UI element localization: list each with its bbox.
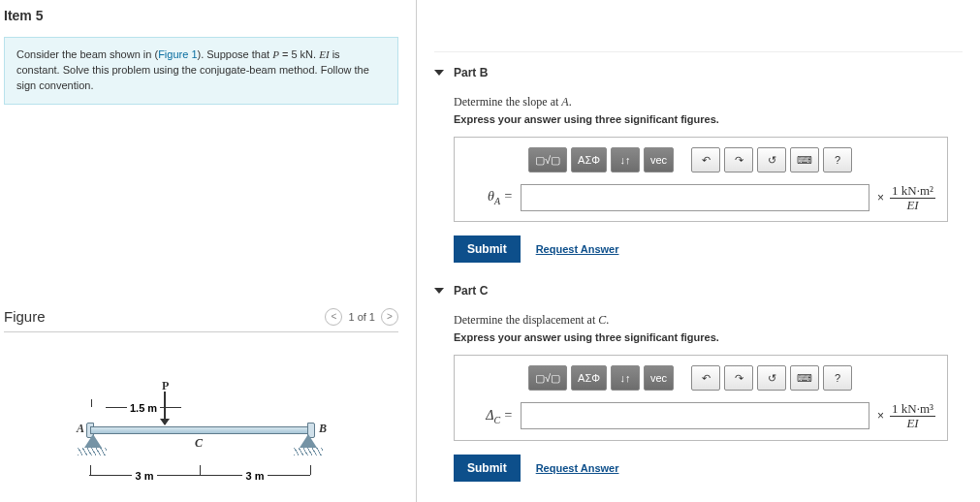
variable-label: ΔC = xyxy=(466,408,513,425)
submit-button[interactable]: Submit xyxy=(454,235,521,263)
eq-P: P xyxy=(272,48,279,60)
figure-image: P 1.5 m A B C 3 m 3 m xyxy=(0,350,398,502)
redo-button[interactable]: ↷ xyxy=(724,147,753,173)
answer-input[interactable] xyxy=(521,402,869,429)
caret-down-icon xyxy=(434,70,444,76)
units-label: × 1 kN·m³EI xyxy=(877,402,935,429)
part-header[interactable]: Part B xyxy=(434,66,963,79)
keyboard-button[interactable]: ⌨ xyxy=(790,365,819,391)
greek-button[interactable]: ΑΣΦ xyxy=(571,147,607,173)
item-title: Item 5 xyxy=(0,0,398,37)
vec-button[interactable]: vec xyxy=(644,147,674,173)
problem-statement: Consider the beam shown in (Figure 1). S… xyxy=(4,37,398,105)
dim-bottom: 3 m 3 m xyxy=(89,470,310,482)
greek-button[interactable]: ΑΣΦ xyxy=(571,365,607,391)
part-title: Part C xyxy=(454,284,488,298)
pager-text: 1 of 1 xyxy=(348,311,375,323)
figure-title: Figure xyxy=(4,308,46,325)
request-answer-link[interactable]: Request Answer xyxy=(536,462,619,474)
dim-top: 1.5 m xyxy=(106,402,181,414)
part-header[interactable]: Part C xyxy=(434,284,963,298)
question-text: Determine the displacement at C. xyxy=(454,313,963,328)
label-B: B xyxy=(319,422,327,436)
answer-box: ▢√▢ ΑΣΦ ↓↑ vec ↶ ↷ ↺ ⌨ ? ΔC = × 1 k xyxy=(454,355,948,440)
intro-text: Consider the beam shown in ( xyxy=(16,48,158,60)
label-C: C xyxy=(195,436,203,451)
caret-down-icon xyxy=(434,288,444,294)
reset-button[interactable]: ↺ xyxy=(757,365,786,391)
label-A: A xyxy=(77,422,84,436)
sort-button[interactable]: ↓↑ xyxy=(611,365,640,391)
part-b: Part B Determine the slope at A. Express… xyxy=(434,66,963,263)
submit-button[interactable]: Submit xyxy=(454,455,521,482)
request-answer-link[interactable]: Request Answer xyxy=(536,243,619,255)
keyboard-button[interactable]: ⌨ xyxy=(790,147,819,173)
help-button[interactable]: ? xyxy=(823,147,852,173)
instruction-text: Express your answer using three signific… xyxy=(454,113,963,125)
equation-toolbar: ▢√▢ ΑΣΦ ↓↑ vec ↶ ↷ ↺ ⌨ ? xyxy=(528,365,935,391)
part-title: Part B xyxy=(454,66,488,79)
vec-button[interactable]: vec xyxy=(644,365,674,391)
eq-EI: EI xyxy=(319,48,329,60)
instruction-text: Express your answer using three signific… xyxy=(454,331,963,343)
variable-label: θA = xyxy=(466,189,513,206)
templates-button[interactable]: ▢√▢ xyxy=(528,147,567,173)
next-figure-button[interactable]: > xyxy=(381,308,398,326)
reset-button[interactable]: ↺ xyxy=(757,147,786,173)
help-button[interactable]: ? xyxy=(823,365,852,391)
prev-figure-button[interactable]: < xyxy=(325,308,342,326)
answer-input[interactable] xyxy=(521,184,869,211)
beam xyxy=(90,426,311,434)
undo-button[interactable]: ↶ xyxy=(691,147,720,173)
support-B xyxy=(300,434,317,448)
part-c: Part C Determine the displacement at C. … xyxy=(434,284,963,481)
sort-button[interactable]: ↓↑ xyxy=(611,147,640,173)
support-A xyxy=(84,434,102,448)
answer-box: ▢√▢ ΑΣΦ ↓↑ vec ↶ ↷ ↺ ⌨ ? θA = × 1 k xyxy=(454,137,948,222)
units-label: × 1 kN·m²EI xyxy=(877,184,935,211)
figure-link[interactable]: Figure 1 xyxy=(158,48,197,60)
figure-pager: < 1 of 1 > xyxy=(325,308,398,326)
question-text: Determine the slope at A. xyxy=(454,95,963,110)
equation-toolbar: ▢√▢ ΑΣΦ ↓↑ vec ↶ ↷ ↺ ⌨ ? xyxy=(528,147,935,173)
templates-button[interactable]: ▢√▢ xyxy=(528,365,567,391)
undo-button[interactable]: ↶ xyxy=(691,365,720,391)
redo-button[interactable]: ↷ xyxy=(724,365,753,391)
